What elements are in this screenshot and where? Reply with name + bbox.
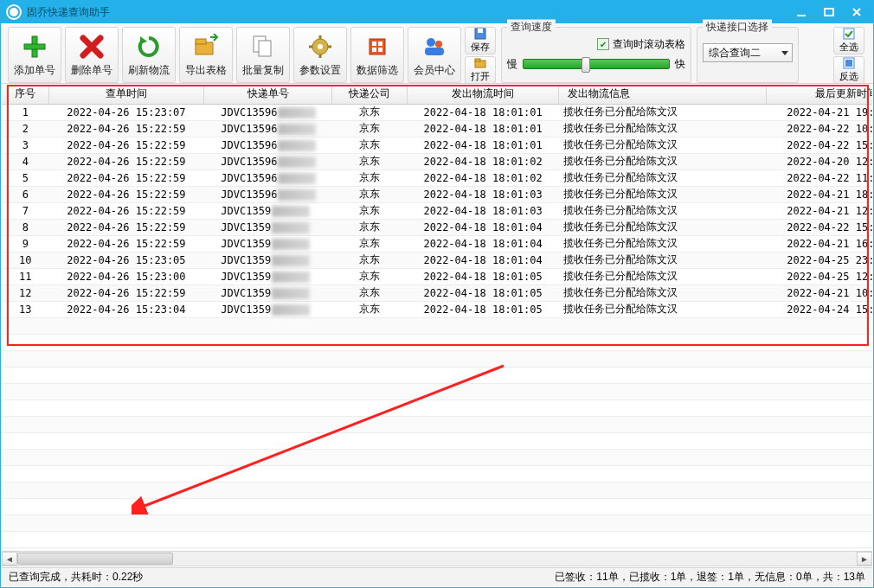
cell-carrier: 京东 — [332, 137, 408, 153]
table-row — [2, 383, 872, 399]
cell-index: 2 — [2, 120, 49, 137]
cell-sendtime: 2022-04-18 18:01:05 — [408, 284, 558, 301]
slider-thumb[interactable] — [582, 57, 590, 73]
table-row[interactable]: 52022-04-26 15:22:59JDVC13596京东2022-04-1… — [2, 169, 872, 186]
select-all-button[interactable]: 全选 — [833, 27, 864, 54]
col-sendinfo[interactable]: 发出物流信息 — [558, 85, 766, 104]
slow-label: 慢 — [507, 57, 517, 72]
table-header-row: 序号 查单时间 快递单号 快递公司 发出物流时间 发出物流信息 最后更新时间 最… — [2, 85, 872, 104]
cell-sendinfo: 揽收任务已分配给陈文汉 — [558, 186, 766, 202]
button-label: 数据筛选 — [357, 63, 398, 78]
cell-index: 12 — [2, 284, 49, 301]
bulk-copy-button[interactable]: 批量复制 — [236, 27, 290, 83]
cell-tracking: JDVC13596 — [203, 169, 331, 186]
cell-querytime: 2022-04-26 15:23:05 — [49, 252, 204, 268]
col-index[interactable]: 序号 — [2, 85, 49, 104]
table-row[interactable]: 112022-04-26 15:23:00JDVC1359京东2022-04-1… — [2, 268, 872, 284]
table-row[interactable]: 12022-04-26 15:23:07JDVC13596京东2022-04-1… — [2, 104, 872, 120]
tracking-table: 序号 查单时间 快递单号 快递公司 发出物流时间 发出物流信息 最后更新时间 最… — [2, 85, 872, 549]
cell-index: 11 — [2, 268, 49, 284]
scroll-right-button[interactable]: ► — [857, 552, 872, 566]
col-querytime[interactable]: 查单时间 — [49, 85, 204, 104]
svg-point-21 — [427, 38, 435, 47]
cell-querytime: 2022-04-26 15:22:59 — [49, 120, 204, 137]
invert-select-button[interactable]: 反选 — [833, 56, 864, 84]
cell-lastupdate: 2022-04-21 10:43:35 — [766, 284, 872, 301]
refresh-button[interactable]: 刷新物流 — [122, 27, 176, 83]
redacted — [272, 206, 310, 217]
table-row[interactable]: 92022-04-26 15:22:59JDVC1359京东2022-04-18… — [2, 235, 872, 252]
cell-carrier: 京东 — [332, 235, 408, 252]
svg-rect-7 — [196, 39, 206, 44]
cell-carrier: 京东 — [332, 104, 408, 120]
svg-point-11 — [318, 44, 323, 49]
delete-tracking-button[interactable]: 删除单号 — [65, 27, 119, 83]
table-row[interactable]: 42022-04-26 15:22:59JDVC13596京东2022-04-1… — [2, 153, 872, 169]
minimize-button[interactable] — [788, 3, 814, 21]
speed-slider[interactable] — [523, 59, 670, 69]
table-row[interactable]: 82022-04-26 15:22:59JDVC1359京东2022-04-18… — [2, 219, 872, 235]
cell-carrier: 京东 — [332, 284, 408, 301]
cell-sendtime: 2022-04-18 18:01:01 — [408, 120, 558, 137]
chevron-down-icon — [781, 51, 788, 55]
cell-index: 4 — [2, 153, 49, 169]
cell-querytime: 2022-04-26 15:22:59 — [49, 284, 204, 301]
interface-select[interactable]: 综合查询二 — [703, 43, 793, 62]
table-row — [2, 482, 872, 498]
query-speed-group: 查询速度 ✔ 查询时滚动表格 慢 快 — [501, 27, 691, 83]
maximize-button[interactable] — [816, 3, 842, 21]
table-row[interactable]: 72022-04-26 15:22:59JDVC1359京东2022-04-18… — [2, 202, 872, 219]
svg-point-22 — [435, 41, 442, 48]
cell-index: 7 — [2, 202, 49, 219]
scroll-left-button[interactable]: ◄ — [2, 552, 17, 566]
cell-lastupdate: 2022-04-21 18:24:42 — [766, 186, 872, 202]
redacted — [272, 239, 310, 250]
col-tracking[interactable]: 快递单号 — [203, 85, 331, 104]
open-button[interactable]: 打开 — [465, 56, 496, 84]
cell-lastupdate: 2022-04-22 10:11:27 — [766, 120, 872, 137]
scroll-track[interactable] — [17, 552, 857, 566]
svg-rect-23 — [425, 48, 444, 55]
select-value: 综合查询二 — [709, 46, 761, 61]
col-carrier[interactable]: 快递公司 — [332, 85, 408, 104]
toolbar: 添加单号 删除单号 刷新物流 导出表格 批量复制 参数设置 数据 — [1, 23, 873, 84]
settings-button[interactable]: 参数设置 — [293, 27, 347, 83]
mini-label: 打开 — [471, 70, 490, 83]
cell-tracking: JDVC13596 — [203, 186, 331, 202]
scroll-thumb[interactable] — [17, 553, 173, 565]
save-icon — [474, 28, 486, 40]
table-row[interactable]: 62022-04-26 15:22:59JDVC13596京东2022-04-1… — [2, 186, 872, 202]
export-table-button[interactable]: 导出表格 — [179, 27, 233, 83]
table-row[interactable]: 22022-04-26 15:22:59JDVC13596京东2022-04-1… — [2, 120, 872, 137]
fast-label: 快 — [675, 57, 685, 72]
cell-sendtime: 2022-04-18 18:01:04 — [408, 252, 558, 268]
cell-sendtime: 2022-04-18 18:01:04 — [408, 235, 558, 252]
close-button[interactable] — [844, 3, 870, 21]
cell-carrier: 京东 — [332, 153, 408, 169]
col-sendtime[interactable]: 发出物流时间 — [408, 85, 558, 104]
save-button[interactable]: 保存 — [465, 27, 496, 54]
table-row[interactable]: 102022-04-26 15:23:05JDVC1359京东2022-04-1… — [2, 252, 872, 268]
cell-index: 3 — [2, 137, 49, 153]
cell-querytime: 2022-04-26 15:22:59 — [49, 235, 204, 252]
cell-sendinfo: 揽收任务已分配给陈文汉 — [558, 219, 766, 235]
table-row[interactable]: 32022-04-26 15:22:59JDVC13596京东2022-04-1… — [2, 137, 872, 153]
horizontal-scrollbar[interactable]: ◄ ► — [2, 551, 872, 566]
cell-sendtime: 2022-04-18 18:01:05 — [408, 268, 558, 284]
cell-querytime: 2022-04-26 15:23:07 — [49, 104, 204, 120]
add-tracking-button[interactable]: 添加单号 — [8, 27, 61, 83]
table-row — [2, 399, 872, 416]
svg-rect-20 — [378, 48, 382, 52]
table-row[interactable]: 132022-04-26 15:23:04JDVC1359京东2022-04-1… — [2, 301, 872, 317]
table-row[interactable]: 122022-04-26 15:22:59JDVC1359京东2022-04-1… — [2, 284, 872, 301]
member-center-button[interactable]: 会员中心 — [408, 27, 461, 83]
table-row — [2, 350, 872, 367]
scroll-checkbox[interactable]: ✔ — [597, 38, 609, 50]
svg-rect-19 — [372, 48, 376, 52]
table-row — [2, 547, 872, 549]
redacted — [272, 304, 310, 316]
col-lastupdate[interactable]: 最后更新时间 — [766, 85, 872, 104]
status-right: 已签收：11单，已揽收：1单，退签：1单，无信息：0单，共：13单 — [555, 570, 865, 585]
redacted — [272, 272, 310, 283]
data-filter-button[interactable]: 数据筛选 — [350, 27, 404, 83]
